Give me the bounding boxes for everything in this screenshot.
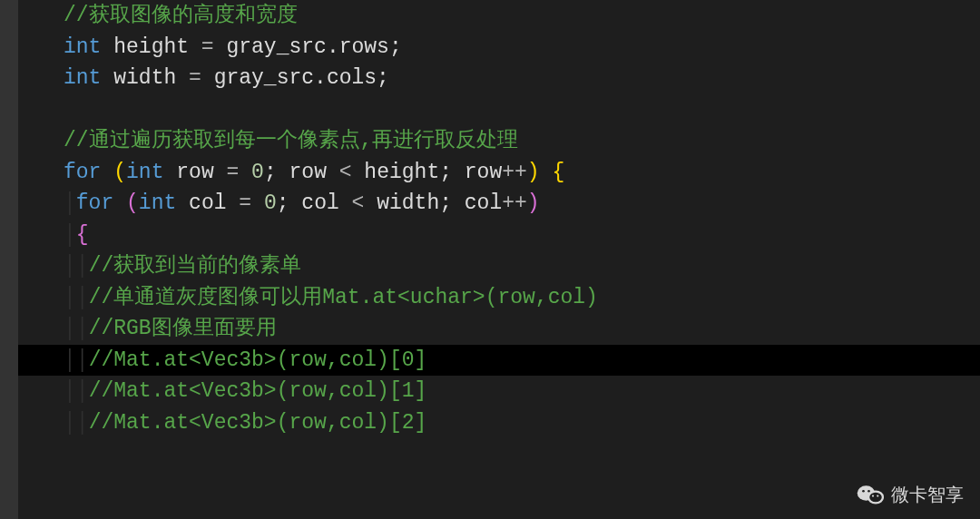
svg-point-4 [862, 490, 865, 493]
svg-point-6 [872, 495, 874, 496]
brace-open: { [76, 220, 89, 251]
brace-open: { [552, 157, 564, 189]
paren-open: ( [126, 188, 139, 220]
comment-text: //通过遍历获取到每一个像素点,再进行取反处理 [64, 125, 518, 157]
keyword-int: int [126, 157, 163, 189]
comment-text: //Mat.at<Vec3b>(row,col)[1] [89, 376, 427, 407]
paren-close: ) [527, 188, 540, 220]
code-line: //通过遍历获取到每一个像素点,再进行取反处理 [18, 125, 980, 157]
wechat-icon [857, 483, 884, 506]
code-line: for (int row = 0; row < height; row++) { [18, 157, 980, 189]
code-editor[interactable]: //获取图像的高度和宽度 int height = gray_src.rows;… [0, 0, 980, 438]
keyword-for: for [76, 188, 113, 220]
code-line: │ │ //单通道灰度图像可以用Mat.at<uchar>(row,col) [18, 282, 980, 314]
code-line: int height = gray_src.rows; [18, 32, 980, 64]
comment-text: //获取图像的高度和宽度 [64, 0, 298, 32]
operator: = [201, 32, 214, 64]
identifier: width [101, 63, 189, 94]
comment-text: //获取到当前的像素单 [89, 250, 302, 282]
watermark: 微卡智享 [857, 481, 964, 508]
code-line: │ for (int col = 0; col < width; col++) [18, 188, 980, 220]
code-line: │ │ //Mat.at<Vec3b>(row,col)[2] [18, 407, 980, 439]
comment-text: //RGB图像里面要用 [89, 313, 277, 345]
keyword-int: int [139, 188, 176, 220]
code-line: int width = gray_src.cols; [18, 63, 980, 94]
number-literal: 0 [264, 188, 277, 220]
comment-text: //Mat.at<Vec3b>(row,col)[0] [89, 345, 427, 377]
keyword-int: int [64, 63, 101, 94]
code-line [18, 94, 980, 126]
identifier: gray_src.cols; [201, 63, 389, 94]
svg-point-7 [877, 495, 878, 496]
svg-point-2 [869, 493, 882, 503]
code-line: │ │ //Mat.at<Vec3b>(row,col)[1] [18, 376, 980, 407]
watermark-text: 微卡智享 [891, 481, 964, 508]
operator: = [189, 63, 201, 94]
identifier: gray_src.rows; [214, 32, 402, 64]
paren-close: ) [527, 157, 540, 189]
code-line-current: │ │ //Mat.at<Vec3b>(row,col)[0] [18, 345, 980, 377]
code-line: │ { [18, 220, 980, 251]
svg-point-5 [867, 490, 870, 493]
number-literal: 0 [251, 157, 264, 189]
comment-text: //单通道灰度图像可以用Mat.at<uchar>(row,col) [89, 282, 598, 314]
breakpoint-gutter[interactable] [0, 0, 18, 519]
code-line: │ │ //RGB图像里面要用 [18, 313, 980, 345]
code-line: │ │ //获取到当前的像素单 [18, 250, 980, 282]
identifier: height [101, 32, 201, 64]
code-line: //获取图像的高度和宽度 [18, 0, 980, 32]
keyword-int: int [64, 32, 101, 64]
paren-open: ( [113, 157, 126, 189]
comment-text: //Mat.at<Vec3b>(row,col)[2] [89, 407, 427, 439]
keyword-for: for [64, 157, 101, 189]
